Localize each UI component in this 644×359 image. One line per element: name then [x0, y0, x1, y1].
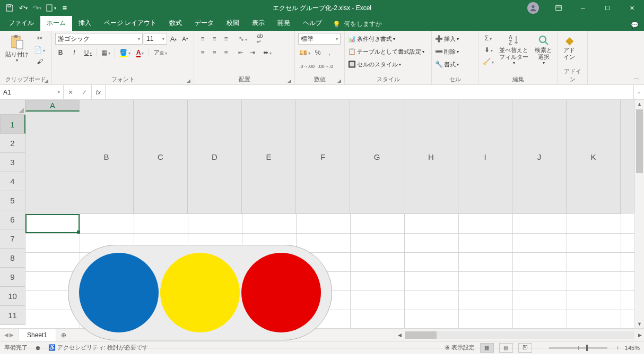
- decrease-indent-button[interactable]: ⇤: [236, 47, 246, 58]
- sort-filter-button[interactable]: AZ 並べ替えと フィルター▾: [497, 33, 530, 67]
- tab-file[interactable]: ファイル: [2, 15, 40, 31]
- tab-pagelayout[interactable]: ページ レイアウト: [98, 15, 163, 31]
- font-color-button[interactable]: A: [135, 47, 145, 58]
- hscroll-thumb[interactable]: [405, 331, 437, 339]
- accounting-button[interactable]: 💴: [298, 47, 311, 58]
- decrease-decimal-button[interactable]: .00→.0: [317, 61, 334, 72]
- shape-circle-yellow[interactable]: [160, 253, 240, 332]
- increase-indent-button[interactable]: ⇥: [247, 47, 258, 58]
- name-box[interactable]: A1▾: [0, 85, 64, 99]
- align-top-button[interactable]: ≡: [197, 33, 208, 44]
- enter-formula-button[interactable]: ✓: [77, 89, 91, 96]
- copy-button[interactable]: 📄: [33, 45, 46, 55]
- tab-insert[interactable]: 挿入: [72, 15, 98, 31]
- row-header-11[interactable]: 11: [0, 306, 25, 325]
- tab-help[interactable]: ヘルプ: [297, 15, 328, 31]
- column-header-I[interactable]: I: [458, 100, 512, 214]
- format-as-table-button[interactable]: 📋テーブルとして書式設定▾: [348, 46, 424, 57]
- row-header-1[interactable]: 1: [0, 115, 25, 134]
- tab-developer[interactable]: 開発: [271, 15, 297, 31]
- minimize-button[interactable]: ─: [571, 0, 595, 16]
- column-header-H[interactable]: H: [404, 100, 458, 214]
- underline-button[interactable]: U: [83, 47, 93, 58]
- fx-icon[interactable]: fx: [92, 85, 106, 99]
- italic-button[interactable]: I: [69, 47, 80, 58]
- clipboard-launcher[interactable]: ◢: [45, 78, 48, 83]
- merge-button[interactable]: ⬌: [262, 47, 273, 58]
- conditional-formatting-button[interactable]: 📊条件付き書式▾: [348, 33, 395, 45]
- decrease-font-button[interactable]: A▾: [180, 33, 190, 44]
- shape-circle-blue[interactable]: [79, 253, 159, 332]
- paste-button[interactable]: 貼り付け ▾: [3, 33, 31, 64]
- align-right-button[interactable]: ≡: [221, 47, 231, 58]
- row-header-2[interactable]: 2: [0, 134, 25, 153]
- format-painter-button[interactable]: 🖌: [33, 56, 46, 67]
- column-header-D[interactable]: D: [188, 100, 242, 214]
- expand-formula-bar-button[interactable]: ⌄: [633, 85, 644, 99]
- save-icon[interactable]: [3, 2, 16, 14]
- cell-styles-button[interactable]: 🔲セルのスタイル▾: [348, 58, 401, 70]
- font-name-select[interactable]: 游ゴシック▾: [55, 33, 143, 45]
- tab-view[interactable]: 表示: [246, 15, 271, 31]
- wrap-text-button[interactable]: ab↵: [255, 33, 265, 44]
- font-launcher[interactable]: ◢: [187, 78, 190, 83]
- tab-home[interactable]: ホーム: [40, 15, 72, 31]
- column-header-J[interactable]: J: [512, 100, 567, 214]
- shape-circle-red[interactable]: [241, 253, 321, 332]
- cancel-formula-button[interactable]: ✕: [64, 89, 77, 96]
- shape-group-rounded-rect[interactable]: [68, 245, 332, 340]
- alignment-launcher[interactable]: ◢: [288, 78, 291, 83]
- fill-color-button[interactable]: 🪣: [118, 47, 132, 58]
- row-header-10[interactable]: 10: [0, 287, 25, 306]
- hscroll-left-button[interactable]: ◀: [395, 332, 404, 338]
- insert-cells-button[interactable]: ➕挿入▾: [435, 33, 459, 45]
- new-sheet-button[interactable]: ⊕: [56, 329, 71, 341]
- fill-handle[interactable]: [77, 230, 80, 234]
- tab-data[interactable]: データ: [188, 15, 220, 31]
- font-size-select[interactable]: 11▾: [144, 33, 167, 45]
- user-avatar[interactable]: [527, 2, 539, 14]
- tell-me-search[interactable]: 💡 何をしますか: [333, 20, 382, 31]
- qat-button[interactable]: ▾: [45, 2, 57, 14]
- align-bottom-button[interactable]: ≡: [221, 33, 231, 44]
- row-header-3[interactable]: 3: [0, 153, 25, 172]
- align-left-button[interactable]: ≡: [197, 47, 208, 58]
- find-select-button[interactable]: 検索と 選択▾: [533, 33, 554, 67]
- phonetic-button[interactable]: ア亜: [152, 47, 168, 58]
- number-launcher[interactable]: ◢: [337, 78, 341, 83]
- addins-button[interactable]: ◆ アド イン: [561, 33, 577, 62]
- sheet-nav[interactable]: ◀▶: [0, 329, 19, 341]
- row-header-5[interactable]: 5: [0, 191, 25, 210]
- format-cells-button[interactable]: 🔧書式▾: [435, 58, 459, 70]
- ribbon-options-button[interactable]: [546, 0, 571, 16]
- percent-button[interactable]: %: [312, 47, 323, 58]
- redo-button[interactable]: ↷▾: [31, 2, 43, 14]
- formula-bar[interactable]: [106, 85, 633, 99]
- orientation-button[interactable]: ⤡: [238, 33, 248, 44]
- maximize-button[interactable]: ☐: [595, 0, 620, 16]
- column-header-B[interactable]: B: [80, 100, 134, 214]
- scroll-up-button[interactable]: ▲: [635, 100, 644, 108]
- delete-cells-button[interactable]: ➖削除▾: [435, 46, 459, 57]
- autosum-button[interactable]: Σ: [482, 33, 495, 44]
- zoom-slider[interactable]: [549, 347, 607, 349]
- horizontal-scrollbar[interactable]: ◀ ▶: [395, 329, 644, 341]
- cut-button[interactable]: ✂: [33, 33, 46, 44]
- tab-review[interactable]: 校閲: [220, 15, 246, 31]
- column-header-G[interactable]: G: [350, 100, 404, 214]
- fill-button[interactable]: ⬇: [482, 45, 495, 55]
- column-header-A[interactable]: A: [25, 100, 80, 112]
- align-center-button[interactable]: ≡: [209, 47, 220, 58]
- row-header-9[interactable]: 9: [0, 268, 25, 287]
- qat-customize-button[interactable]: 〓: [58, 2, 71, 14]
- sheet-tab-1[interactable]: Sheet1: [19, 329, 56, 341]
- row-header-7[interactable]: 7: [0, 229, 25, 249]
- collapse-ribbon-button[interactable]: ︿: [633, 73, 640, 82]
- vscroll-thumb[interactable]: [636, 109, 643, 173]
- align-middle-button[interactable]: ≡: [209, 33, 220, 44]
- row-header-8[interactable]: 8: [0, 249, 25, 268]
- increase-font-button[interactable]: A▴: [168, 33, 179, 44]
- tab-formulas[interactable]: 数式: [163, 15, 188, 31]
- vertical-scrollbar[interactable]: ▲ ▼: [634, 100, 644, 328]
- column-header-K[interactable]: K: [567, 100, 621, 214]
